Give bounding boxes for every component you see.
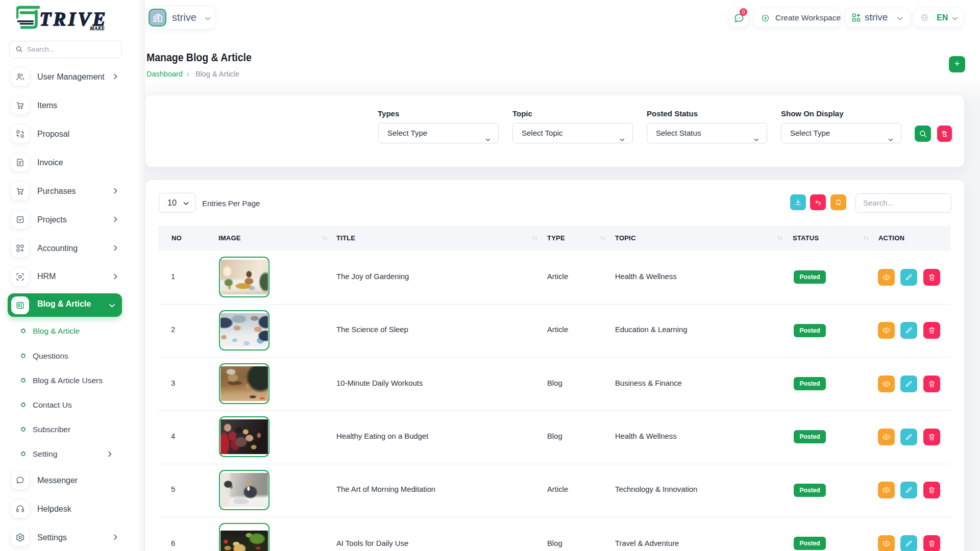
svg-text:MAKE: MAKE (89, 26, 105, 31)
